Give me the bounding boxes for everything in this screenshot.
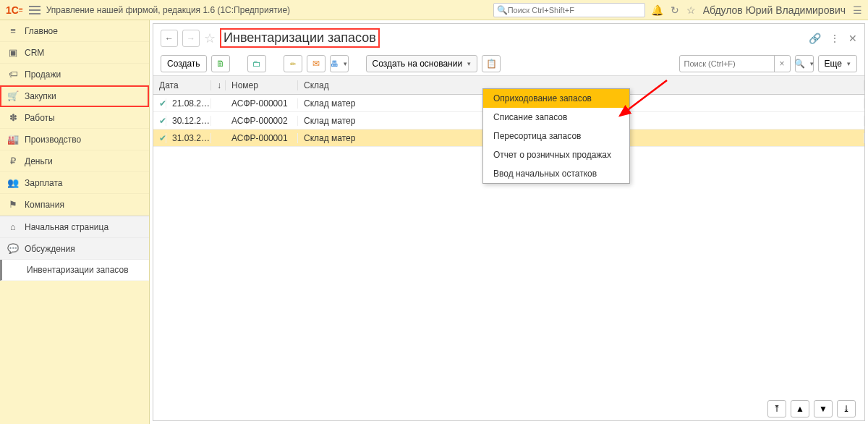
crm-icon: ▣ — [7, 47, 19, 58]
sidebar-item-crm[interactable]: ▣CRM — [0, 42, 149, 64]
sidebar-item-main[interactable]: ≡Главное — [0, 20, 149, 42]
copy-icon: 🗎 — [216, 59, 225, 69]
grid-footer: ⤒ ▲ ▼ ⤓ — [767, 400, 856, 417]
global-search[interactable]: 🔍 — [493, 3, 645, 17]
logo: 1C≡ — [6, 4, 23, 16]
create-label: Создать — [167, 59, 200, 69]
search-icon: 🔍 — [794, 59, 805, 69]
menu-item-label: Отчет о розничных продажах — [493, 150, 611, 160]
sidebar-item-production[interactable]: 🏭Производство — [0, 129, 149, 150]
scroll-up-button[interactable]: ▲ — [791, 400, 809, 417]
hamburger-icon[interactable] — [29, 6, 41, 14]
menu-item-label: Ввод начальных остатков — [493, 169, 597, 179]
mail-button[interactable]: ✉ — [307, 55, 326, 72]
cell-number: АСФР-000001 — [226, 133, 298, 143]
sidebar-item-label: Деньги — [25, 156, 53, 166]
sidebar-item-label: Продажи — [25, 69, 61, 80]
row-status-icon: ✔ — [153, 98, 166, 109]
copy-button[interactable]: 🗎 — [211, 55, 230, 72]
sidebar-item-works[interactable]: ✽Работы — [0, 107, 149, 129]
pencil-icon: ✏ — [290, 60, 296, 68]
print-button[interactable]: 🖶 — [330, 55, 349, 72]
username[interactable]: Абдулов Юрий Владимирович — [703, 4, 846, 16]
column-header-label: Номер — [231, 80, 258, 90]
menu-item-initial-balances[interactable]: Ввод начальных остатков — [483, 164, 629, 183]
kebab-icon[interactable]: ⋮ — [830, 33, 840, 44]
toolbar-search[interactable]: × — [679, 55, 791, 72]
column-header-number[interactable]: Номер — [226, 80, 298, 90]
close-icon[interactable]: ✕ — [848, 33, 857, 44]
cell-number: АСФР-000001 — [226, 98, 298, 109]
sidebar-item-label: Обсуждения — [25, 244, 75, 254]
sidebar-item-payroll[interactable]: 👥Зарплата — [0, 172, 149, 194]
sidebar-item-home[interactable]: ⌂Начальная страница — [0, 216, 149, 238]
scroll-down-button[interactable]: ▼ — [814, 400, 833, 417]
sidebar-item-label: Закупки — [25, 91, 56, 101]
sidebar-item-company[interactable]: ⚑Компания — [0, 194, 149, 216]
sidebar-item-label: Компания — [25, 200, 64, 210]
bell-icon[interactable]: 🔔 — [651, 4, 663, 16]
search-settings-button[interactable]: 🔍 — [795, 55, 814, 72]
page-header: ← → ☆ Инвентаризации запасов 🔗 ⋮ ✕ — [153, 24, 864, 52]
printer-icon: 🖶 — [331, 59, 339, 68]
cell-date: 21.08.2… — [166, 98, 211, 109]
sidebar-item-label: CRM — [25, 48, 44, 58]
toolbar: Создать 🗎 🗀 ✏ ✉ 🖶 Создать на основании 📋… — [153, 52, 864, 75]
report-icon: 📋 — [486, 59, 497, 69]
menu-item-retail-report[interactable]: Отчет о розничных продажах — [483, 145, 629, 164]
find-icon: 🗀 — [252, 59, 261, 69]
menu-item-receipt[interactable]: Оприходование запасов — [483, 89, 629, 108]
ruble-icon: ₽ — [7, 156, 19, 166]
top-icons: 🔔 ↻ ☆ Абдулов Юрий Владимирович ☰ — [651, 4, 862, 16]
sort-indicator[interactable]: ↓ — [211, 80, 226, 90]
find-button[interactable]: 🗀 — [247, 55, 266, 72]
more-label: Еще — [825, 59, 842, 69]
back-button[interactable]: ← — [161, 30, 178, 47]
sidebar-item-sales[interactable]: 🏷Продажи — [0, 64, 149, 85]
menu-item-label: Оприходование запасов — [493, 93, 592, 103]
app-title: Управление нашей фирмой, редакция 1.6 (1… — [46, 5, 290, 15]
menu-item-writeoff[interactable]: Списание запасов — [483, 108, 629, 127]
global-search-input[interactable] — [508, 6, 642, 14]
menu-item-label: Пересортица запасов — [493, 131, 581, 141]
header-right-icons: 🔗 ⋮ ✕ — [809, 33, 857, 44]
more-button[interactable]: Еще — [818, 55, 857, 72]
forward-button[interactable]: → — [182, 30, 200, 47]
sidebar-item-discussions[interactable]: 💬Обсуждения — [0, 238, 149, 260]
create-based-dropdown: Оприходование запасов Списание запасов П… — [482, 88, 630, 184]
cell-number: АСФР-000002 — [226, 116, 298, 126]
chat-icon: 💬 — [7, 243, 19, 254]
favorite-star-icon[interactable]: ☆ — [204, 30, 216, 46]
sidebar-item-label: Производство — [25, 135, 81, 145]
settings-icon[interactable]: ☰ — [853, 4, 862, 16]
sidebar-item-money[interactable]: ₽Деньги — [0, 150, 149, 172]
cell-date: 30.12.2… — [166, 116, 211, 126]
toolbar-search-input[interactable] — [680, 56, 774, 72]
sidebar-item-purchases[interactable]: 🛒Закупки — [0, 85, 149, 107]
column-header-date[interactable]: Дата — [153, 80, 211, 90]
scroll-top-button[interactable]: ⤒ — [767, 400, 786, 417]
create-based-button[interactable]: Создать на основании — [366, 55, 478, 72]
secondary-nav: ⌂Начальная страница 💬Обсуждения Инвентар… — [0, 216, 149, 281]
sidebar-item-label: Работы — [25, 113, 55, 123]
clear-search-button[interactable]: × — [774, 56, 790, 72]
spark-icon: ✽ — [7, 112, 19, 123]
sidebar-item-label: Начальная страница — [25, 222, 109, 232]
star-icon[interactable]: ☆ — [686, 4, 696, 16]
home-icon: ⌂ — [7, 221, 19, 232]
sidebar: ≡Главное ▣CRM 🏷Продажи 🛒Закупки ✽Работы … — [0, 20, 150, 424]
topbar: 1C≡ Управление нашей фирмой, редакция 1.… — [0, 0, 868, 20]
link-icon[interactable]: 🔗 — [809, 33, 821, 44]
sidebar-item-inventory[interactable]: Инвентаризации запасов — [0, 260, 149, 281]
history-icon[interactable]: ↻ — [671, 4, 679, 16]
row-status-icon: ✔ — [153, 133, 166, 143]
report-button[interactable]: 📋 — [482, 55, 501, 72]
envelope-icon: ✉ — [312, 59, 320, 69]
menu-item-resort[interactable]: Пересортица запасов — [483, 127, 629, 145]
scroll-bottom-button[interactable]: ⤓ — [837, 400, 856, 417]
main: ← → ☆ Инвентаризации запасов 🔗 ⋮ ✕ Созда… — [153, 23, 865, 421]
flag-icon: ⚑ — [7, 199, 19, 210]
create-button[interactable]: Создать — [161, 55, 207, 72]
edit-button[interactable]: ✏ — [284, 55, 302, 72]
cell-date: 31.03.2… — [166, 133, 211, 143]
